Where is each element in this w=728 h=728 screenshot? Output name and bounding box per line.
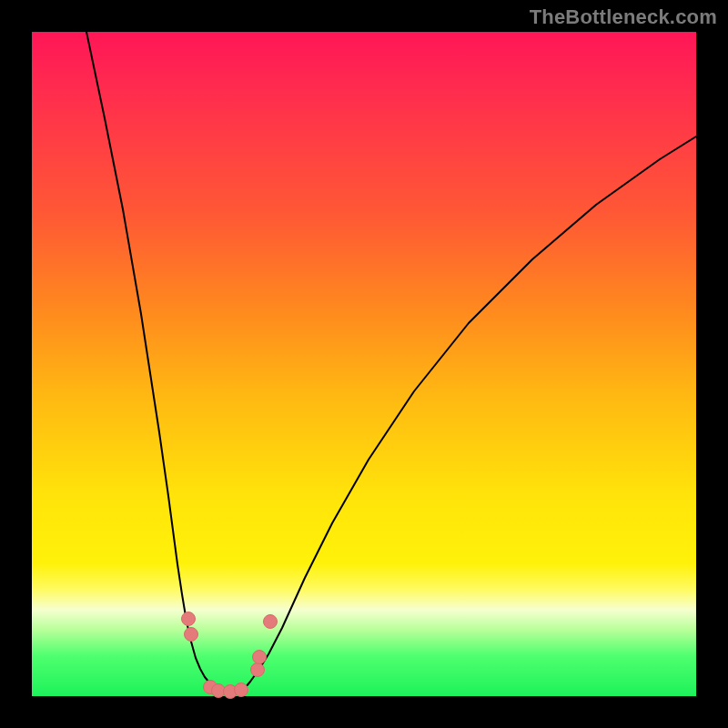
curve-left-branch [86,32,214,687]
watermark-text: TheBottleneck.com [530,5,717,29]
chart-frame: TheBottleneck.com [0,0,728,728]
dot-right-top [264,615,278,629]
chart-svg [32,32,696,696]
marker-layer [182,612,278,699]
dot-right-1 [251,663,265,677]
curve-layer [86,32,696,690]
plot-area [32,32,696,696]
dot-right-2 [253,651,267,664]
dot-floor-4 [235,683,248,697]
dot-left-2 [185,628,198,642]
curve-right-branch [246,136,696,687]
dot-left-1 [182,612,196,626]
